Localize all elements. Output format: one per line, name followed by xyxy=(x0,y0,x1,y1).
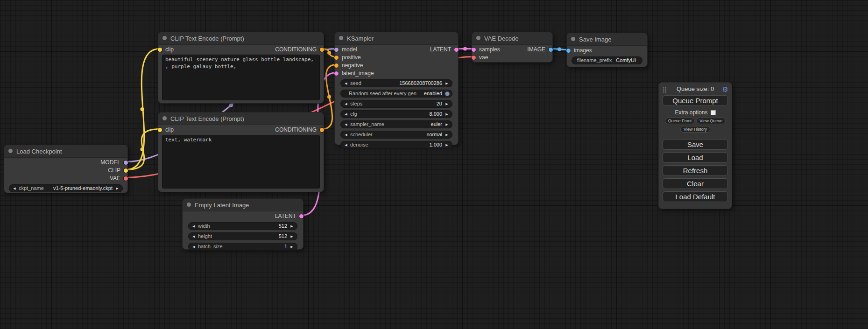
widget-name: denoise xyxy=(350,141,368,148)
node-clip-text-encode-negative[interactable]: CLIP Text Encode (Prompt) clip CONDITION… xyxy=(158,112,324,192)
view-history-button[interactable]: View History xyxy=(680,126,710,133)
input-port-positive[interactable] xyxy=(334,56,339,60)
input-port-samples[interactable] xyxy=(472,48,476,52)
widget-width[interactable]: width 512 xyxy=(188,222,297,230)
decrement-arrow-icon[interactable] xyxy=(343,141,349,148)
node-titlebar[interactable]: CLIP Text Encode (Prompt) xyxy=(158,32,324,45)
collapse-dot-icon[interactable] xyxy=(339,36,343,40)
output-port-model[interactable] xyxy=(124,161,128,165)
node-titlebar[interactable]: Load Checkpoint xyxy=(4,145,127,158)
collapse-dot-icon[interactable] xyxy=(162,116,167,120)
panel-spacer xyxy=(659,134,732,139)
next-value-arrow-icon[interactable] xyxy=(114,185,120,192)
output-port-latent[interactable] xyxy=(299,214,303,218)
input-label-latent-image: latent_image xyxy=(342,70,374,77)
widget-filename-prefix[interactable]: filename_prefix ComfyUI xyxy=(572,56,642,64)
prev-value-arrow-icon[interactable] xyxy=(343,131,349,138)
extra-options-checkbox[interactable] xyxy=(711,110,716,115)
prompt-textarea[interactable]: beautiful scenery nature glass bottle la… xyxy=(162,55,320,100)
widget-value: 1.000 xyxy=(429,141,442,148)
widget-cfg[interactable]: cfg 8.000 xyxy=(340,110,452,118)
increment-arrow-icon[interactable] xyxy=(444,100,450,107)
collapse-dot-icon[interactable] xyxy=(8,149,13,153)
output-port-latent[interactable] xyxy=(454,48,459,52)
widget-name: steps xyxy=(350,100,362,107)
decrement-arrow-icon[interactable] xyxy=(191,223,197,230)
next-value-arrow-icon[interactable] xyxy=(444,121,450,128)
node-titlebar[interactable]: VAE Decode xyxy=(472,32,552,45)
node-titlebar[interactable]: Save Image xyxy=(567,33,647,46)
increment-arrow-icon[interactable] xyxy=(444,111,450,118)
node-titlebar[interactable]: KSampler xyxy=(335,32,458,45)
load-button[interactable]: Load xyxy=(663,152,728,163)
prev-value-arrow-icon[interactable] xyxy=(12,185,17,192)
widget-name: Random seed after every gen xyxy=(349,90,416,97)
node-clip-text-encode-positive[interactable]: CLIP Text Encode (Prompt) clip CONDITION… xyxy=(158,32,324,104)
decrement-arrow-icon[interactable] xyxy=(343,100,349,107)
view-queue-button[interactable]: View Queue xyxy=(696,118,726,124)
output-port-vae[interactable] xyxy=(124,176,128,181)
widget-denoise[interactable]: denoise 1.000 xyxy=(340,141,452,149)
input-port-images[interactable] xyxy=(566,49,571,53)
settings-gear-icon[interactable]: ⚙ xyxy=(722,85,728,94)
input-port-latent-image[interactable] xyxy=(334,71,339,76)
wire-model-midpoint-dot xyxy=(229,104,233,107)
input-port-model[interactable] xyxy=(334,48,339,52)
queue-front-button[interactable]: Queue Front xyxy=(665,118,695,124)
widget-scheduler[interactable]: scheduler normal xyxy=(340,131,452,139)
next-value-arrow-icon[interactable] xyxy=(444,131,450,138)
collapse-dot-icon[interactable] xyxy=(571,37,575,41)
increment-arrow-icon[interactable] xyxy=(444,80,450,87)
widget-ckpt-name[interactable]: ckpt_name v1-5-pruned-emaonly.ckpt xyxy=(9,184,123,192)
input-label-samples: samples xyxy=(479,46,500,54)
node-load-checkpoint[interactable]: Load Checkpoint MODEL CLIP VAE ckpt_name… xyxy=(4,145,128,193)
collapse-dot-icon[interactable] xyxy=(162,36,167,40)
decrement-arrow-icon[interactable] xyxy=(343,111,349,118)
output-label-latent: LATENT xyxy=(275,212,296,220)
widget-seed[interactable]: seed 156680208700286 xyxy=(340,79,452,87)
port-row: LATENT xyxy=(183,212,303,220)
widget-value: v1-5-pruned-emaonly.ckpt xyxy=(53,185,113,192)
decrement-arrow-icon[interactable] xyxy=(191,233,197,240)
refresh-button[interactable]: Refresh xyxy=(663,165,728,176)
prompt-textarea[interactable]: text, watermark xyxy=(162,135,320,189)
node-titlebar[interactable]: Empty Latent Image xyxy=(183,199,303,211)
save-button[interactable]: Save xyxy=(663,139,728,150)
node-titlebar[interactable]: CLIP Text Encode (Prompt) xyxy=(158,112,324,125)
widget-sampler-name[interactable]: sampler_name euler xyxy=(340,120,452,128)
queue-prompt-button[interactable]: Queue Prompt xyxy=(663,95,728,106)
collapse-dot-icon[interactable] xyxy=(187,203,191,207)
input-port-clip[interactable] xyxy=(158,128,162,132)
widget-height[interactable]: height 512 xyxy=(188,232,297,240)
output-port-image[interactable] xyxy=(549,48,553,52)
increment-arrow-icon[interactable] xyxy=(444,141,450,148)
widget-random-seed-toggle[interactable]: Random seed after every gen enabled xyxy=(340,90,452,98)
port-row: MODEL xyxy=(4,159,127,167)
collapse-dot-icon[interactable] xyxy=(476,36,480,40)
toggle-knob-icon[interactable] xyxy=(445,91,450,96)
node-vae-decode[interactable]: VAE Decode samples IMAGE vae xyxy=(472,32,553,63)
node-empty-latent-image[interactable]: Empty Latent Image LATENT width 512 heig… xyxy=(182,198,303,250)
drag-handle-icon[interactable] xyxy=(663,87,667,93)
input-port-clip[interactable] xyxy=(158,48,162,52)
port-row: samples IMAGE xyxy=(472,46,552,54)
prev-value-arrow-icon[interactable] xyxy=(343,121,349,128)
decrement-arrow-icon[interactable] xyxy=(343,80,349,87)
clear-button[interactable]: Clear xyxy=(663,178,728,189)
load-default-button[interactable]: Load Default xyxy=(663,191,728,202)
output-port-conditioning[interactable] xyxy=(320,48,324,52)
node-ksampler[interactable]: KSampler model LATENT positive negative … xyxy=(334,32,459,145)
decrement-arrow-icon[interactable] xyxy=(191,243,197,250)
widget-steps[interactable]: steps 20 xyxy=(340,100,452,108)
input-port-negative[interactable] xyxy=(334,63,339,68)
extra-options-label: Extra options xyxy=(675,109,707,116)
output-port-conditioning[interactable] xyxy=(320,128,324,132)
increment-arrow-icon[interactable] xyxy=(289,223,295,230)
widget-batch-size[interactable]: batch_size 1 xyxy=(188,243,297,251)
node-save-image[interactable]: Save Image images filename_prefix ComfyU… xyxy=(566,33,648,67)
output-port-clip[interactable] xyxy=(124,168,128,173)
node-title: KSampler xyxy=(347,35,374,42)
increment-arrow-icon[interactable] xyxy=(289,233,295,240)
input-port-vae[interactable] xyxy=(472,56,476,60)
increment-arrow-icon[interactable] xyxy=(289,243,295,250)
